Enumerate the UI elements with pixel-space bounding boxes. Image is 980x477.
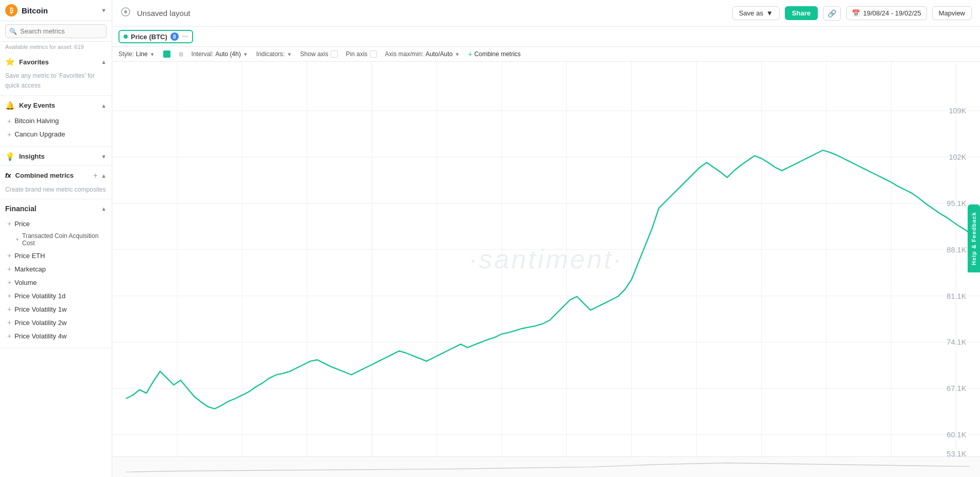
key-events-body: + Bitcoin Halving + Cancun Upgrade — [0, 114, 112, 146]
date-range-text: 19/08/24 - 19/02/25 — [863, 9, 921, 17]
mapview-label: Mapview — [939, 9, 965, 17]
search-box: 🔍 — [0, 21, 112, 42]
plus-icon: + — [7, 265, 11, 273]
style-chevron-icon: ▼ — [150, 52, 155, 57]
financial-header[interactable]: Financial ▲ — [0, 199, 112, 217]
share-button[interactable]: Share — [785, 6, 818, 20]
sidebar-item-pv2w[interactable]: + Price Volatility 2w — [5, 316, 107, 329]
sidebar-item-pv1d[interactable]: + Price Volatility 1d — [5, 289, 107, 302]
metric-menu-icon[interactable]: ⋯ — [182, 33, 188, 40]
svg-text:74.1K: 74.1K — [947, 338, 966, 346]
topbar: Unsaved layout Save as ▼ Share 🔗 📅 19/08… — [112, 0, 980, 27]
pin-axis-label: Pin axis — [346, 50, 368, 58]
plus-icon: + — [7, 332, 11, 340]
combined-metrics-actions: + ▲ — [92, 171, 107, 180]
combined-metrics-empty-text: Create brand new metric composites — [5, 186, 106, 193]
chart-container: Price (BTC) 8 ⋯ Style: Line ▼ ⊞ Interval… — [112, 27, 980, 477]
plus-icon: + — [7, 292, 11, 300]
svg-text:67.1K: 67.1K — [947, 384, 966, 393]
asset-selector[interactable]: ₿ Bitcoin ▼ — [0, 0, 112, 21]
plus-icon: + — [7, 278, 11, 286]
indicators-label: Indicators: — [256, 50, 285, 58]
color-swatch[interactable] — [163, 50, 170, 58]
favorites-chevron-icon: ▲ — [101, 59, 107, 65]
axis-maxmin-value: Auto/Auto — [425, 50, 453, 58]
fx-icon: fx — [5, 172, 11, 179]
sidebar-item-price[interactable]: + Price — [5, 217, 107, 230]
chart-toolbar: Price (BTC) 8 ⋯ — [112, 27, 980, 47]
key-events-header[interactable]: 🔔 Key Events ▲ — [0, 96, 112, 114]
interval-option[interactable]: Interval: Auto (4h) ▼ — [192, 50, 248, 58]
insights-title: Insights — [19, 152, 101, 160]
axis-maxmin-option[interactable]: Axis max/min: Auto/Auto ▼ — [385, 50, 460, 58]
share-label: Share — [792, 9, 811, 17]
svg-text:81.1K: 81.1K — [947, 292, 966, 300]
metric-badge: 8 — [170, 32, 179, 41]
key-events-title: Key Events — [19, 101, 101, 109]
show-axis-label: Show axis — [300, 50, 329, 58]
layout-title: Unsaved layout — [137, 9, 726, 18]
marketcap-label: Marketcap — [14, 265, 46, 273]
search-input[interactable] — [5, 24, 107, 38]
layout-icon — [121, 7, 131, 20]
indicators-option[interactable]: Indicators: ▼ — [256, 50, 292, 58]
metric-tag-label: Price (BTC) — [131, 33, 167, 41]
date-range-picker[interactable]: 📅 19/08/24 - 19/02/25 — [846, 6, 927, 20]
plus-icon: + — [7, 318, 11, 327]
insights-header[interactable]: 💡 Insights ▼ — [0, 147, 112, 165]
plus-icon: + — [7, 305, 11, 313]
sidebar-item-pv1w[interactable]: + Price Volatility 1w — [5, 302, 107, 316]
style-option[interactable]: Style: Line ▼ — [118, 50, 155, 58]
calendar-icon: 📅 — [852, 9, 860, 17]
combined-metrics-section: fx Combined metrics + ▲ Create brand new… — [0, 166, 112, 200]
help-feedback-button[interactable]: Help & Feedback — [968, 205, 980, 272]
mini-chart — [112, 456, 980, 477]
sidebar-item-volume[interactable]: + Volume — [5, 276, 107, 289]
pv2w-label: Price Volatility 2w — [14, 319, 66, 327]
svg-text:109K: 109K — [949, 107, 966, 115]
chart-options-bar: Style: Line ▼ ⊞ Interval: Auto (4h) ▼ In… — [112, 47, 980, 62]
pin-axis-checkbox[interactable] — [370, 50, 377, 58]
sidebar-item-cancun-upgrade[interactable]: + Cancun Upgrade — [5, 128, 107, 141]
financial-section: Financial ▲ + Price + Transacted Coin Ac… — [0, 199, 112, 348]
mini-chart-svg — [112, 457, 980, 477]
favorites-header[interactable]: ⭐ Favorites ▲ — [0, 52, 112, 71]
price-label: Price — [14, 220, 30, 228]
save-as-button[interactable]: Save as ▼ — [732, 6, 780, 20]
grid-icon: ⊞ — [179, 51, 183, 58]
svg-text:60.1K: 60.1K — [947, 431, 966, 439]
plus-icon: + — [7, 130, 11, 139]
pin-axis-option[interactable]: Pin axis — [346, 50, 377, 58]
style-value: Line — [136, 50, 148, 58]
cancun-upgrade-label: Cancun Upgrade — [14, 130, 65, 138]
price-eth-label: Price ETH — [14, 252, 45, 260]
sidebar-sub-item-tcac[interactable]: + Transacted Coin Acquisition Cost — [5, 230, 107, 249]
tcac-label: Transacted Coin Acquisition Cost — [22, 232, 105, 247]
available-metrics-text: Available metrics for asset: 619 — [0, 42, 112, 52]
plus-icon: + — [7, 219, 11, 228]
axis-maxmin-chevron-icon: ▼ — [455, 52, 460, 57]
link-button[interactable]: 🔗 — [823, 6, 841, 21]
svg-text:53.1K: 53.1K — [947, 450, 966, 456]
favorites-empty-text: Save any metric to 'Favorites' for quick… — [5, 72, 95, 89]
combine-metrics-option[interactable]: + Combine metrics — [468, 50, 521, 58]
plus-icon: + — [7, 117, 11, 125]
chart-area: ·santiment· — [112, 62, 980, 456]
combined-metrics-header[interactable]: fx Combined metrics + ▲ — [0, 166, 112, 184]
show-axis-option[interactable]: Show axis — [300, 50, 338, 58]
sidebar-item-marketcap[interactable]: + Marketcap — [5, 262, 107, 276]
sidebar-item-bitcoin-halving[interactable]: + Bitcoin Halving — [5, 114, 107, 128]
show-axis-checkbox[interactable] — [331, 50, 338, 58]
sidebar-item-pv4w[interactable]: + Price Volatility 4w — [5, 329, 107, 343]
combine-plus-icon: + — [468, 50, 472, 58]
svg-text:88.1K: 88.1K — [947, 246, 966, 254]
metric-tag-price-btc[interactable]: Price (BTC) 8 ⋯ — [118, 30, 193, 43]
save-as-chevron-icon: ▼ — [766, 9, 773, 17]
pv1d-label: Price Volatility 1d — [14, 292, 65, 300]
combined-metrics-body: Create brand new metric composites — [0, 184, 112, 199]
combined-metrics-add-button[interactable]: + — [92, 171, 99, 180]
plus-icon: + — [7, 251, 11, 260]
sidebar-item-price-eth[interactable]: + Price ETH — [5, 249, 107, 262]
mapview-button[interactable]: Mapview — [932, 6, 972, 20]
save-as-label: Save as — [739, 9, 763, 17]
